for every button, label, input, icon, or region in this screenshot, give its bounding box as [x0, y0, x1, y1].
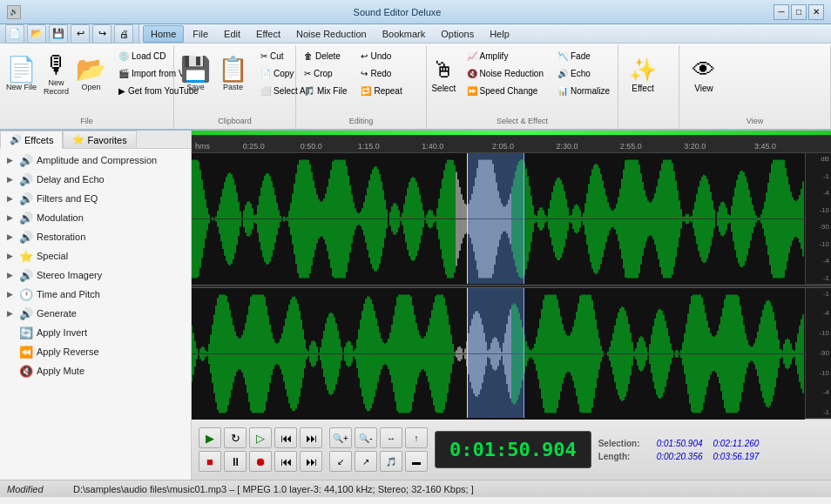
zoom-right-button[interactable]: ↗: [355, 451, 377, 472]
end-button[interactable]: ⏭: [300, 451, 322, 472]
restoration-label: Restoration: [37, 232, 85, 242]
fade-button[interactable]: 📉 Fade: [553, 47, 614, 64]
expand-arrow: ▶: [7, 232, 16, 241]
open-button[interactable]: 📂 Open: [73, 47, 109, 103]
sidebar-item-time-pitch[interactable]: ▶ 🕐 Time and Pitch: [0, 285, 191, 304]
crop-icon: ✂: [304, 69, 311, 78]
redo-button[interactable]: ↪ Redo: [356, 64, 406, 82]
minimize-button[interactable]: ─: [774, 4, 789, 20]
sidebar-item-special[interactable]: ▶ ⭐ Special: [0, 246, 191, 265]
special-label: Special: [37, 251, 68, 261]
crop-label: Crop: [314, 69, 333, 78]
maximize-button[interactable]: □: [791, 4, 807, 20]
status-bar: Modified D:\samples\audio files\music01.…: [0, 480, 831, 497]
sidebar-item-apply-invert[interactable]: ▶ 🔄 Apply Invert: [0, 323, 191, 342]
play-selection-button[interactable]: ▷: [249, 427, 272, 448]
save-icon: 💾: [180, 57, 211, 82]
zoom-fit-button[interactable]: ↔: [380, 427, 402, 448]
ruler-115: 1:15.0: [358, 142, 380, 151]
sidebar-item-stereo-imagery[interactable]: ▶ 🔊 Stereo Imagery: [0, 265, 191, 285]
delay-echo-icon: 🔊: [19, 172, 33, 186]
zoom-in-button[interactable]: 🔍+: [329, 427, 352, 448]
speed-change-icon: ⏩: [467, 86, 477, 96]
stop-button[interactable]: ■: [199, 451, 221, 472]
length-end: 0:03:56.197: [713, 452, 760, 461]
waveform-track-upper[interactable]: dB -1 -4 -10 -90 -10 -4 -1: [192, 153, 831, 285]
generate-icon: 🔊: [19, 306, 33, 320]
sidebar-item-generate[interactable]: ▶ 🔊 Generate: [0, 304, 191, 323]
qa-undo[interactable]: ↩: [71, 24, 90, 44]
playback-controls: ▶ ↻ ▷ ⏮ ⏭ ■ ⏸ ⏺ ⏮ ⏭: [199, 427, 322, 472]
qa-open[interactable]: 📂: [27, 24, 46, 44]
ribbon-group-view: 👁 View View: [679, 45, 831, 129]
noise-reduction-label: Noise Reduction: [480, 69, 544, 78]
new-record-button[interactable]: 🎙 New Record: [41, 47, 71, 103]
undo-button[interactable]: ↩ Undo: [356, 47, 406, 64]
pause-button[interactable]: ⏸: [224, 451, 247, 472]
transport-bar: ▶ ↻ ▷ ⏮ ⏭ ■ ⏸ ⏺ ⏮ ⏭ 🔍+ 🔍-: [192, 419, 831, 480]
apply-invert-label: Apply Invert: [37, 327, 87, 338]
length-start: 0:00:20.356: [657, 452, 703, 461]
effect-button[interactable]: ✨ Effect: [622, 47, 664, 103]
qa-new[interactable]: 📄: [5, 24, 24, 44]
sidebar-item-apply-reverse[interactable]: ▶ ⏪ Apply Reverse: [0, 342, 191, 361]
menu-home[interactable]: Home: [143, 25, 184, 43]
close-button[interactable]: ✕: [808, 4, 824, 20]
zoom-out-button[interactable]: 🔍-: [355, 427, 377, 448]
normalize-label: Normalize: [571, 86, 610, 96]
db-minus4-upper: -4: [807, 189, 829, 197]
sidebar-item-restoration[interactable]: ▶ 🔊 Restoration: [0, 227, 191, 246]
save-button[interactable]: 💾 Save: [178, 47, 213, 103]
begin-button[interactable]: ⏮: [274, 451, 297, 472]
paste-button[interactable]: 📋 Paste: [215, 47, 251, 103]
db-minus10-upper2: -10: [807, 240, 829, 248]
repeat-label: Repeat: [374, 86, 402, 96]
select-icon: 🖱: [432, 57, 455, 84]
db-minus4-lower: -4: [807, 309, 829, 317]
menu-edit[interactable]: Edit: [217, 25, 247, 43]
normalize-button[interactable]: 📊 Normalize: [553, 82, 614, 99]
loop-button[interactable]: ↻: [224, 427, 247, 448]
qa-save[interactable]: 💾: [49, 24, 68, 44]
menu-noise[interactable]: Noise Reduction: [289, 25, 374, 43]
play-button[interactable]: ▶: [199, 427, 221, 448]
new-file-button[interactable]: 📄 New File: [3, 47, 39, 103]
tab-favorites[interactable]: ⭐ Favorites: [63, 131, 136, 148]
zoom-sel-button[interactable]: ▬: [405, 451, 428, 472]
menu-bookmark[interactable]: Bookmark: [375, 25, 433, 43]
waveform-container[interactable]: hms 0:25.0 0:50.0 1:15.0 1:40.0 2:05.0 2…: [192, 131, 831, 419]
zoom-wave-button[interactable]: 🎵: [380, 451, 402, 472]
record-button[interactable]: ⏺: [249, 451, 272, 472]
menu-help[interactable]: Help: [483, 25, 517, 43]
qa-print[interactable]: 🖨: [114, 24, 133, 44]
ruler-320: 3:20.0: [684, 142, 706, 151]
tab-effects[interactable]: 🔊 Effcets: [0, 131, 63, 149]
zoom-up-button[interactable]: ↑: [405, 427, 428, 448]
menu-options[interactable]: Options: [434, 25, 481, 43]
amplify-button[interactable]: 📈 Amplify: [463, 47, 548, 64]
speed-change-button[interactable]: ⏩ Speed Change: [463, 82, 548, 99]
new-file-icon: 📄: [6, 57, 37, 82]
qa-redo[interactable]: ↪: [92, 24, 111, 44]
select-button[interactable]: 🖱 Select: [430, 47, 457, 103]
sidebar-item-filters-eq[interactable]: ▶ 🔊 Filters and EQ: [0, 189, 191, 208]
view-button[interactable]: 👁 View: [683, 47, 725, 103]
delete-button[interactable]: 🗑 Delete: [300, 47, 351, 64]
crop-button[interactable]: ✂ Crop: [300, 64, 351, 82]
expand-arrow: ▶: [7, 194, 16, 203]
menu-file[interactable]: File: [186, 25, 215, 43]
sidebar-item-delay-echo[interactable]: ▶ 🔊 Delay and Echo: [0, 170, 191, 189]
ribbon: 📄 New File 🎙 New Record 📂 Open 💿 Load CD…: [0, 44, 831, 131]
sidebar-item-amplitude[interactable]: ▶ 🔊 Amplitude and Compression: [0, 151, 191, 170]
sidebar-item-modulation[interactable]: ▶ 🔊 Modulation: [0, 208, 191, 227]
noise-reduction-button[interactable]: 🔇 Noise Reduction: [463, 64, 548, 82]
mix-file-button[interactable]: 🎵 Mix File: [300, 82, 351, 99]
menu-effect[interactable]: Effect: [249, 25, 287, 43]
repeat-button[interactable]: 🔁 Repeat: [356, 82, 406, 99]
zoom-left-button[interactable]: ↙: [329, 451, 352, 472]
prev-button[interactable]: ⏮: [274, 427, 297, 448]
echo-button[interactable]: 🔊 Echo: [553, 64, 614, 82]
next-button[interactable]: ⏭: [300, 427, 322, 448]
waveform-track-lower[interactable]: -1 -4 -10 -90 -10 -4 -1: [192, 288, 831, 420]
sidebar-item-apply-mute[interactable]: ▶ 🔇 Apply Mute: [0, 361, 191, 380]
